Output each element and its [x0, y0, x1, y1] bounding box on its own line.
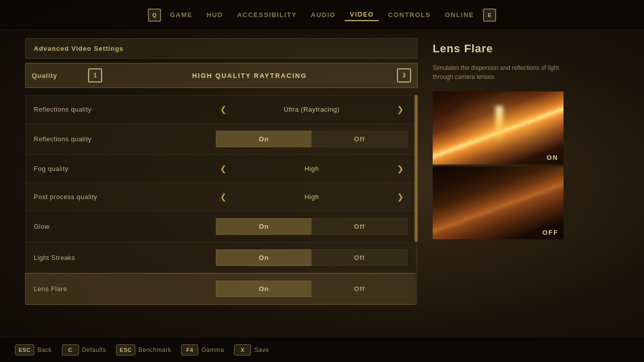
setting-row-glow: Glow On Off: [25, 211, 416, 242]
main-layout: Advanced Video Settings Quality 1 HIGH Q…: [0, 30, 644, 337]
nav-item-hud[interactable]: HUD: [202, 9, 228, 21]
info-description: Simulates the dispersion and reflections…: [433, 63, 574, 81]
quality-row[interactable]: Quality 1 HIGH QUALITY RAYTRACING 3: [25, 63, 418, 88]
right-panel: Lens Flare Simulates the dispersion and …: [433, 38, 619, 337]
setting-row-reflections-quality-toggle: Reflections quality On Off: [25, 123, 416, 154]
arrow-left-post-process[interactable]: ❮: [216, 190, 230, 204]
scroll-thumb: [415, 95, 418, 242]
toggle-off-glow[interactable]: Off: [311, 218, 408, 235]
arrow-control-reflections-1: ❮ Ultra (Raytracing) ❯: [216, 103, 408, 116]
setting-name-glow: Glow: [34, 223, 210, 230]
toggle-on-glow[interactable]: On: [216, 218, 311, 235]
arrow-control-fog: ❮ High ❯: [216, 162, 408, 175]
bottom-label-gamma: Gamma: [201, 346, 224, 353]
toggle-on-light-streaks[interactable]: On: [216, 249, 311, 266]
arrow-control-post-process: ❮ High ❯: [216, 190, 408, 204]
nav-item-controls[interactable]: CONTROLS: [383, 9, 436, 21]
arrow-value-post-process: High: [234, 193, 389, 201]
toggle-off-lens-flare[interactable]: Off: [311, 281, 408, 297]
bottom-label-save: Save: [254, 346, 269, 353]
left-panel: Advanced Video Settings Quality 1 HIGH Q…: [25, 38, 418, 337]
bottom-key-gamma: F4: [181, 344, 198, 355]
nav-right-key-badge: E: [483, 9, 496, 22]
arrow-left-fog[interactable]: ❮: [216, 162, 230, 175]
bottom-label-back: Back: [37, 346, 52, 353]
setting-row-reflections-quality-arrow: Reflections quality ❮ Ultra (Raytracing)…: [25, 95, 416, 123]
preview-container: ON OFF: [433, 92, 619, 239]
toggle-off-reflections-2[interactable]: Off: [311, 131, 408, 147]
nav-bar: Q GAME HUD ACCESSIBILITY AUDIO VIDEO CON…: [0, 0, 644, 30]
setting-row-post-process: Post process quality ❮ High ❯: [25, 183, 416, 211]
bottom-action-benchmark[interactable]: ESC Benchmark: [116, 344, 171, 355]
setting-name-lens-flare: Lens Flare: [34, 285, 210, 293]
toggle-control-light-streaks: On Off: [216, 249, 408, 266]
toggle-on-lens-flare[interactable]: On: [216, 281, 311, 297]
setting-name-fog: Fog quality: [34, 165, 210, 172]
setting-name-post-process: Post process quality: [34, 193, 210, 201]
arrow-right-post-process[interactable]: ❯: [393, 190, 408, 204]
bottom-key-benchmark: ESC: [116, 344, 135, 355]
setting-name-light-streaks: Light Streaks: [34, 254, 210, 261]
arrow-value-fog: High: [234, 165, 389, 172]
bottom-key-defaults: C: [62, 344, 79, 355]
arrow-value-reflections-1: Ultra (Raytracing): [234, 106, 389, 113]
toggle-control-glow: On Off: [216, 218, 408, 235]
toggle-control-lens-flare: On Off: [216, 281, 408, 297]
quality-value: HIGH QUALITY RAYTRACING: [108, 72, 391, 79]
bottom-label-defaults: Defaults: [82, 346, 106, 353]
nav-item-online[interactable]: ONLINE: [440, 9, 479, 21]
bottom-action-back: ESC Back: [15, 344, 52, 355]
setting-name-reflections-1: Reflections quality: [34, 106, 210, 113]
toggle-control-reflections-2: On Off: [216, 131, 408, 147]
bottom-action-save[interactable]: X Save: [234, 344, 269, 355]
settings-list: Reflections quality ❮ Ultra (Raytracing)…: [25, 95, 418, 305]
bottom-key-back: ESC: [15, 344, 34, 355]
preview-off-image: OFF: [433, 166, 564, 239]
toggle-on-reflections-2[interactable]: On: [216, 131, 311, 147]
toggle-off-light-streaks[interactable]: Off: [311, 249, 408, 266]
bottom-bar: ESC Back C Defaults ESC Benchmark F4 Gam…: [0, 337, 644, 362]
setting-row-fog-quality: Fog quality ❮ High ❯: [25, 154, 416, 183]
arrow-left-reflections-1[interactable]: ❮: [216, 103, 230, 116]
quality-left-badge[interactable]: 1: [88, 68, 102, 82]
section-header-label: Advanced Video Settings: [34, 45, 124, 52]
bottom-label-benchmark: Benchmark: [138, 346, 171, 353]
arrow-right-reflections-1[interactable]: ❯: [393, 103, 408, 116]
preview-on-image: ON: [433, 92, 564, 164]
nav-item-video[interactable]: VIDEO: [345, 9, 379, 21]
preview-on-label: ON: [547, 154, 559, 161]
setting-row-light-streaks: Light Streaks On Off: [25, 242, 416, 273]
info-title: Lens Flare: [433, 42, 619, 55]
preview-off-label: OFF: [542, 229, 558, 236]
nav-item-audio[interactable]: AUDIO: [306, 9, 341, 21]
scroll-indicator: [415, 95, 418, 305]
section-header: Advanced Video Settings: [25, 38, 418, 59]
setting-name-reflections-2: Reflections quality: [34, 135, 210, 143]
nav-item-game[interactable]: GAME: [165, 9, 198, 21]
bottom-action-gamma[interactable]: F4 Gamma: [181, 344, 224, 355]
arrow-right-fog[interactable]: ❯: [393, 162, 408, 175]
bottom-key-save: X: [234, 344, 251, 355]
quality-right-badge[interactable]: 3: [397, 68, 411, 82]
setting-row-lens-flare: Lens Flare On Off: [25, 273, 416, 305]
bottom-action-defaults[interactable]: C Defaults: [62, 344, 106, 355]
nav-item-accessibility[interactable]: ACCESSIBILITY: [232, 9, 301, 21]
nav-left-key-badge: Q: [148, 9, 161, 22]
quality-label: Quality: [32, 72, 82, 79]
